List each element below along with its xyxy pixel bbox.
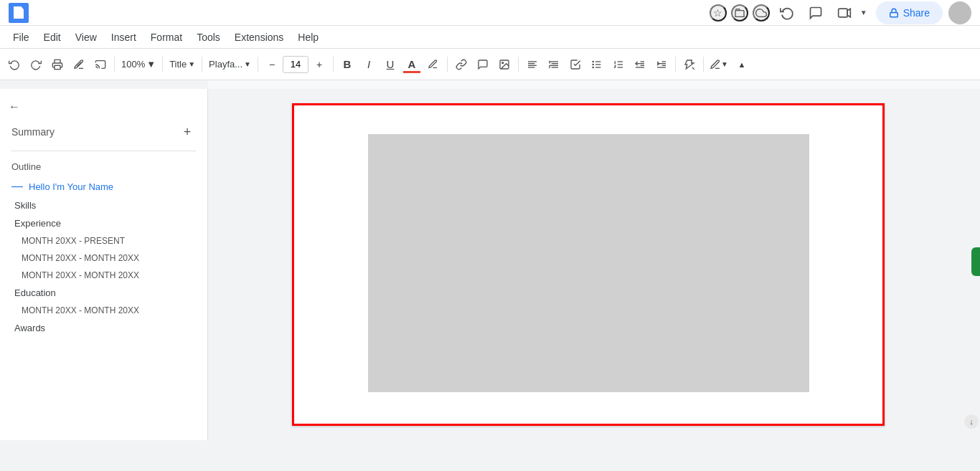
collapse-toolbar-button[interactable]: ▲ bbox=[732, 54, 752, 75]
svg-rect-0 bbox=[838, 9, 847, 17]
svg-point-18 bbox=[593, 61, 593, 62]
body-area: ← Summary + Outline — Hello I'm Your Nam… bbox=[0, 80, 980, 440]
separator-6 bbox=[447, 57, 448, 72]
gemini-side-button[interactable] bbox=[971, 247, 980, 276]
zoom-value: 100% bbox=[121, 59, 145, 70]
insert-image-button[interactable] bbox=[494, 54, 514, 75]
cloud-save-icon[interactable] bbox=[753, 4, 770, 22]
document-scroll-area[interactable] bbox=[208, 89, 969, 440]
meet-button[interactable] bbox=[833, 1, 856, 24]
svg-point-6 bbox=[502, 62, 504, 63]
outline-item-skills-text: Skills bbox=[14, 200, 36, 211]
style-dropdown[interactable]: Title ▼ bbox=[166, 57, 198, 71]
editing-mode-button[interactable]: ▼ bbox=[707, 54, 730, 75]
font-dropdown[interactable]: Playfa... ▼ bbox=[206, 57, 254, 71]
line-spacing-button[interactable] bbox=[544, 54, 564, 75]
numbered-list-button[interactable] bbox=[608, 54, 628, 75]
outline-item-name-text: Hello I'm Your Name bbox=[29, 181, 113, 192]
summary-section-header: Summary + bbox=[0, 119, 207, 145]
text-align-button[interactable] bbox=[522, 54, 542, 75]
outline-item-exp2[interactable]: MONTH 20XX - MONTH 20XX bbox=[0, 249, 207, 267]
spellcheck-button[interactable] bbox=[69, 54, 89, 75]
page-inner bbox=[294, 105, 882, 421]
summary-add-button[interactable]: + bbox=[179, 123, 196, 141]
highlight-color-button[interactable] bbox=[423, 54, 443, 75]
style-arrow: ▼ bbox=[188, 60, 195, 68]
outline-item-awards-text: Awards bbox=[14, 323, 45, 333]
indent-decrease-button[interactable] bbox=[630, 54, 650, 75]
font-size-input[interactable] bbox=[283, 56, 308, 73]
document-sidebar: ← Summary + Outline — Hello I'm Your Nam… bbox=[0, 89, 208, 440]
indent-increase-button[interactable] bbox=[651, 54, 672, 75]
menu-insert[interactable]: Insert bbox=[104, 29, 143, 46]
bold-button[interactable]: B bbox=[337, 54, 357, 75]
sidebar-back-button[interactable]: ← bbox=[0, 95, 207, 119]
share-label: Share bbox=[903, 7, 930, 19]
svg-line-32 bbox=[692, 67, 694, 70]
insert-comment-button[interactable] bbox=[473, 54, 493, 75]
menu-format[interactable]: Format bbox=[143, 29, 189, 46]
outline-item-awards[interactable]: Awards bbox=[0, 319, 207, 337]
titlebar: ☆ ▼ Share bbox=[0, 0, 980, 26]
summary-divider bbox=[11, 151, 196, 151]
svg-rect-2 bbox=[890, 12, 897, 16]
star-icon[interactable]: ☆ bbox=[710, 4, 727, 22]
outline-label: Outline bbox=[0, 157, 207, 176]
outline-item-education-text: Education bbox=[14, 287, 56, 298]
separator-2 bbox=[162, 57, 163, 72]
font-color-indicator bbox=[403, 71, 420, 73]
horizontal-ruler bbox=[208, 80, 980, 89]
paint-format-button[interactable] bbox=[90, 54, 110, 75]
move-to-folder-icon[interactable] bbox=[731, 4, 748, 22]
outline-item-exp3[interactable]: MONTH 20XX - MONTH 20XX bbox=[0, 267, 207, 284]
toolbar: 100% ▼ Title ▼ Playfa... ▼ − + B I U A bbox=[0, 49, 980, 80]
right-controls: ▼ Share bbox=[776, 1, 971, 24]
scroll-bottom-button[interactable]: ↓ bbox=[964, 414, 979, 429]
main-content: ← Summary + Outline — Hello I'm Your Nam… bbox=[0, 89, 980, 440]
outline-item-exp1[interactable]: MONTH 20XX - PRESENT bbox=[0, 232, 207, 249]
separator-3 bbox=[202, 57, 202, 72]
undo-button[interactable] bbox=[4, 54, 24, 75]
outline-item-name[interactable]: — Hello I'm Your Name bbox=[0, 176, 207, 196]
menu-file[interactable]: File bbox=[6, 29, 37, 46]
menu-edit[interactable]: Edit bbox=[37, 29, 68, 46]
print-button[interactable] bbox=[47, 54, 67, 75]
user-avatar[interactable] bbox=[948, 1, 971, 24]
separator-8 bbox=[675, 57, 676, 72]
menu-help[interactable]: Help bbox=[291, 29, 326, 46]
share-button[interactable]: Share bbox=[876, 1, 943, 24]
version-history-button[interactable] bbox=[776, 1, 798, 24]
outline-item-education[interactable]: Education bbox=[0, 284, 207, 302]
italic-button[interactable]: I bbox=[359, 54, 379, 75]
meet-dropdown-button[interactable]: ▼ bbox=[857, 6, 870, 19]
title-action-icons: ☆ bbox=[710, 4, 770, 22]
menu-tools[interactable]: Tools bbox=[189, 29, 227, 46]
separator-9 bbox=[703, 57, 704, 72]
font-size-plus-button[interactable]: + bbox=[309, 54, 329, 75]
font-size-minus-button[interactable]: − bbox=[262, 54, 282, 75]
document-page bbox=[292, 103, 885, 426]
separator-4 bbox=[258, 57, 258, 72]
menu-view[interactable]: View bbox=[68, 29, 104, 46]
svg-point-20 bbox=[593, 67, 593, 67]
checklist-button[interactable] bbox=[565, 54, 585, 75]
bullet-list-button[interactable] bbox=[587, 54, 607, 75]
document-image-placeholder bbox=[368, 134, 809, 392]
zoom-dropdown[interactable]: 100% ▼ bbox=[118, 57, 159, 71]
chat-button[interactable] bbox=[804, 1, 827, 24]
redo-button[interactable] bbox=[26, 54, 46, 75]
outline-item-edu1[interactable]: MONTH 20XX - MONTH 20XX bbox=[0, 302, 207, 319]
clear-format-button[interactable] bbox=[679, 54, 699, 75]
insert-link-button[interactable] bbox=[451, 54, 471, 75]
svg-marker-1 bbox=[847, 9, 850, 17]
font-color-button[interactable]: A bbox=[402, 54, 422, 75]
menu-extensions[interactable]: Extensions bbox=[227, 29, 291, 46]
outline-item-skills[interactable]: Skills bbox=[0, 196, 207, 214]
underline-button[interactable]: U bbox=[380, 54, 400, 75]
separator-5 bbox=[333, 57, 334, 72]
right-panel: ↓ bbox=[969, 89, 980, 440]
font-arrow: ▼ bbox=[244, 60, 251, 68]
style-value: Title bbox=[169, 59, 187, 70]
svg-rect-33 bbox=[208, 80, 980, 89]
outline-item-experience[interactable]: Experience bbox=[0, 214, 207, 232]
